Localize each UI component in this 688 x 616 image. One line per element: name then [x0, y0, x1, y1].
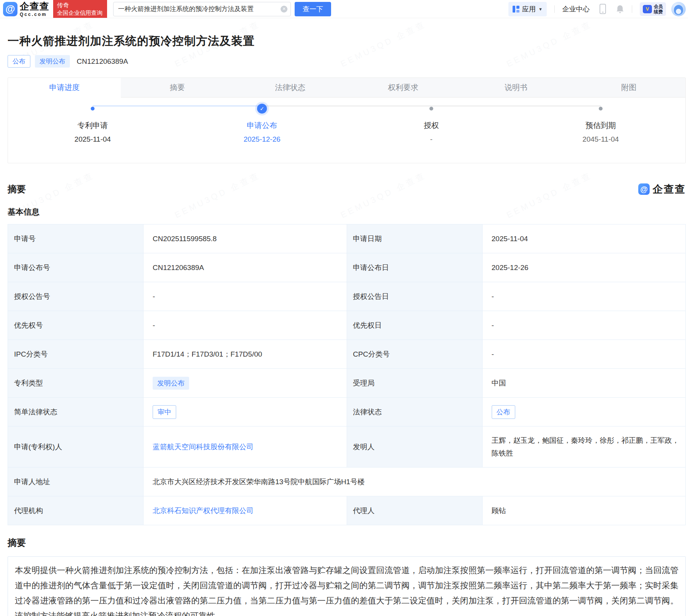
applicant-address-value: 北京市大兴区经济技术开发区荣华南路13号院中航国际广场H1号楼: [144, 468, 686, 496]
brand-domain: Qcc.com: [20, 12, 49, 17]
divider: [554, 5, 555, 13]
table-row: 申请人地址 北京市大兴区经济技术开发区荣华南路13号院中航国际广场H1号楼: [8, 468, 686, 496]
field-label: IPC分类号: [8, 340, 144, 369]
table-row: 申请号 CN202511599585.8 申请日期 2025-11-04: [8, 224, 686, 253]
abstract-heading: 摘要: [8, 537, 686, 549]
tab-legal-status[interactable]: 法律状态: [234, 78, 347, 98]
status-badge-published: 公布: [8, 55, 30, 68]
field-label: 优先权号: [8, 311, 144, 340]
table-row: 优先权号 - 优先权日 -: [8, 311, 686, 340]
tab-description[interactable]: 说明书: [459, 78, 572, 98]
field-label: 发明人: [347, 426, 482, 468]
field-value: 2025-11-04: [482, 224, 686, 253]
basic-info-table: 申请号 CN202511599585.8 申请日期 2025-11-04 申请公…: [8, 224, 686, 525]
page-title: 一种火箭推进剂加注系统的预冷控制方法及装置: [8, 33, 686, 49]
field-label: 简单法律状态: [8, 398, 144, 426]
agency-link[interactable]: 北京科石知识产权代理有限公司: [153, 507, 254, 515]
mobile-app-button[interactable]: [600, 4, 606, 14]
abstract-text: 本发明提供一种火箭推进剂加注系统的预冷控制方法，包括：在加注泵出液管路与贮存罐之…: [15, 565, 679, 616]
tab-application-progress[interactable]: 申请进度: [8, 78, 121, 98]
grid-icon: [513, 6, 519, 13]
field-label: 申请人地址: [8, 468, 144, 496]
crown-icon: V: [643, 5, 652, 13]
search-button[interactable]: 查一下: [295, 2, 331, 16]
field-value: 中国: [482, 369, 686, 398]
table-row: 专利类型 发明公布 受理局 中国: [8, 369, 686, 398]
milestone-date: 2025-11-04: [74, 135, 111, 144]
qcc-mini-logo-icon: @: [638, 183, 650, 195]
notifications-button[interactable]: [616, 5, 624, 14]
table-row: 代理机构 北京科石知识产权代理有限公司 代理人 顾钻: [8, 496, 686, 525]
check-icon: ✓: [257, 104, 267, 114]
enterprise-center-link[interactable]: 企业中心: [562, 5, 590, 14]
field-label: CPC分类号: [347, 340, 482, 369]
search-input-value: 一种火箭推进剂加注系统的预冷控制方法及装置: [118, 5, 254, 13]
milestone-name: 授权: [424, 120, 439, 131]
qcc-mark-text: 企查查: [653, 182, 686, 196]
summary-section-heading: 摘要: [8, 183, 26, 195]
milestone-name: 申请公布: [247, 120, 277, 131]
apps-label: 应用: [522, 5, 536, 14]
tab-bar: 申请进度 摘要 法律状态 权利要求 说明书 附图: [8, 78, 685, 98]
avatar-figure-belly: [676, 9, 681, 14]
top-bar: @ 企查查 Qcc.com 传奇 全国企业信用查询 一种火箭推进剂加注系统的预冷…: [0, 0, 688, 18]
field-value: -: [144, 311, 347, 340]
divider: [632, 5, 632, 13]
milestone-name: 专利申请: [77, 120, 108, 131]
field-label: 申请日期: [347, 224, 482, 253]
milestone-date: 2045-11-04: [582, 135, 619, 144]
milestone-date: -: [430, 135, 432, 144]
field-value: F17D1/14；F17D3/01；F17D5/00: [144, 340, 347, 369]
field-label: 代理人: [347, 496, 482, 525]
table-row: IPC分类号 F17D1/14；F17D3/01；F17D5/00 CPC分类号…: [8, 340, 686, 369]
milestone-date: 2025-12-26: [243, 135, 280, 144]
field-label: 申请号: [8, 224, 144, 253]
clear-search-icon[interactable]: ✕: [281, 6, 287, 13]
application-timeline: 专利申请 2025-11-04 ✓ 申请公布 2025-12-26 授权 -: [8, 98, 685, 163]
basic-info-heading: 基本信息: [8, 207, 686, 217]
qcc-brand-mark: @ 企查查: [638, 182, 686, 196]
field-value: -: [144, 282, 347, 311]
legal-status-badge: 公布: [492, 405, 515, 419]
promo-line1: 传奇: [57, 2, 103, 9]
bell-icon: [616, 5, 624, 14]
abstract-box: 本发明提供一种火箭推进剂加注系统的预冷控制方法，包括：在加注泵出液管路与贮存罐之…: [8, 556, 686, 616]
vip-line2: 续费: [654, 9, 663, 14]
milestone-expiry: 预估到期 2045-11-04: [516, 98, 685, 163]
user-avatar[interactable]: [671, 2, 686, 16]
milestone-publication: ✓ 申请公布 2025-12-26: [177, 98, 347, 163]
field-value: -: [482, 311, 686, 340]
applicant-link[interactable]: 蓝箭航天空间科技股份有限公司: [153, 443, 254, 451]
vip-renew-button[interactable]: V 会员 续费: [640, 2, 666, 16]
simple-legal-status-badge: 审中: [153, 405, 176, 419]
inventors-value: 王辉，赵玉龙，鲍国征，秦玲玲，徐彤，祁正鹏，王军政，陈铁胜: [492, 434, 680, 460]
field-value: CN202511599585.8: [144, 224, 347, 253]
qcc-logo[interactable]: @ 企查查 Qcc.com: [3, 2, 49, 17]
tab-summary[interactable]: 摘要: [121, 78, 234, 98]
progress-card: 申请进度 摘要 法律状态 权利要求 说明书 附图 专利申请 2025-11-: [8, 77, 686, 163]
field-label: 申请(专利权)人: [8, 426, 144, 468]
agent-value: 顾钻: [482, 496, 686, 525]
field-value: -: [482, 282, 686, 311]
search-input[interactable]: 一种火箭推进剂加注系统的预冷控制方法及装置 ✕: [113, 2, 291, 16]
milestone-name: 预估到期: [585, 120, 616, 131]
field-value: CN121206389A: [144, 253, 347, 282]
field-label: 专利类型: [8, 369, 144, 398]
field-label: 授权公告日: [347, 282, 482, 311]
field-label: 受理局: [347, 369, 482, 398]
chevron-down-icon: ▼: [538, 7, 543, 11]
field-value: 2025-12-26: [482, 253, 686, 282]
apps-menu[interactable]: 应用 ▼: [508, 2, 547, 16]
table-row: 授权公告号 - 授权公告日 -: [8, 282, 686, 311]
type-badge-invention: 发明公布: [35, 55, 70, 68]
tab-drawings[interactable]: 附图: [573, 78, 685, 98]
phone-icon: [600, 4, 606, 14]
field-label: 授权公告号: [8, 282, 144, 311]
field-label: 申请公布日: [347, 253, 482, 282]
promo-line2: 全国企业信用查询: [57, 9, 103, 17]
vip-line1: 会员: [654, 4, 663, 9]
promo-banner[interactable]: 传奇 全国企业信用查询: [53, 0, 107, 18]
tab-claims[interactable]: 权利要求: [347, 78, 459, 98]
field-label: 申请公布号: [8, 253, 144, 282]
milestone-dot: [429, 107, 433, 111]
